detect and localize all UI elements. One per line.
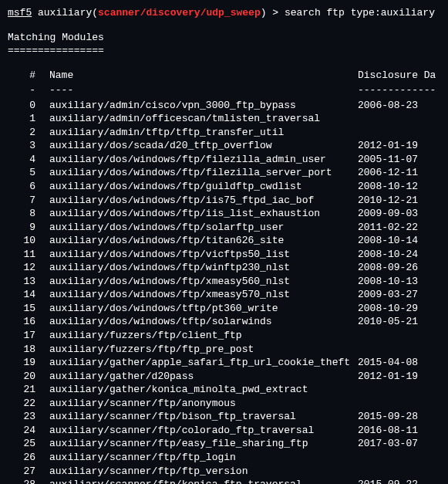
- row-idx: 28: [8, 478, 49, 484]
- table-row[interactable]: 23auxiliary/scanner/ftp/bison_ftp_traver…: [8, 410, 440, 424]
- header-name: Name: [49, 69, 358, 83]
- row-name: auxiliary/dos/windows/ftp/winftp230_nlst: [49, 261, 358, 275]
- row-name: auxiliary/admin/cisco/vpn_3000_ftp_bypas…: [49, 99, 358, 113]
- prompt-line[interactable]: msf5 auxiliary(scanner/discovery/udp_swe…: [8, 6, 440, 20]
- table-row[interactable]: 21auxiliary/gather/konica_minolta_pwd_ex…: [8, 383, 440, 397]
- table-row[interactable]: 9auxiliary/dos/windows/ftp/solarftp_user…: [8, 221, 440, 235]
- row-date: 2005-11-07: [358, 153, 418, 167]
- row-name: auxiliary/gather/konica_minolta_pwd_extr…: [49, 383, 358, 397]
- table-row[interactable]: 10auxiliary/dos/windows/ftp/titan626_sit…: [8, 234, 440, 248]
- row-name: auxiliary/scanner/ftp/easy_file_sharing_…: [49, 437, 358, 451]
- table-row[interactable]: 26auxiliary/scanner/ftp/ftp_login: [8, 451, 440, 465]
- table-row[interactable]: 13auxiliary/dos/windows/ftp/xmeasy560_nl…: [8, 275, 440, 289]
- row-idx: 12: [8, 261, 49, 275]
- row-name: auxiliary/scanner/ftp/bison_ftp_traversa…: [49, 410, 358, 424]
- row-date: 2008-10-12: [358, 180, 418, 194]
- row-idx: 23: [8, 410, 49, 424]
- table-row[interactable]: 17auxiliary/fuzzers/ftp/client_ftp: [8, 329, 440, 343]
- dash-idx: -: [8, 83, 49, 97]
- row-idx: 5: [8, 166, 49, 180]
- row-idx: 20: [8, 370, 49, 384]
- row-date: 2006-12-11: [358, 166, 418, 180]
- prompt-module-path: scanner/discovery/udp_sweep: [98, 7, 261, 19]
- row-date: 2012-01-19: [358, 370, 418, 384]
- table-header: #NameDisclosure Da: [8, 69, 440, 83]
- row-name: auxiliary/scanner/ftp/colorado_ftp_trave…: [49, 424, 358, 438]
- row-idx: 24: [8, 424, 49, 438]
- row-idx: 15: [8, 302, 49, 316]
- row-date: 2009-09-03: [358, 207, 418, 221]
- table-row[interactable]: 0auxiliary/admin/cisco/vpn_3000_ftp_bypa…: [8, 99, 440, 113]
- row-date: 2010-12-21: [358, 194, 418, 208]
- table-row[interactable]: 3auxiliary/dos/scada/d20_tftp_overflow20…: [8, 139, 440, 153]
- table-row[interactable]: 1auxiliary/admin/officescan/tmlisten_tra…: [8, 112, 440, 126]
- table-row[interactable]: 18auxiliary/fuzzers/ftp/ftp_pre_post: [8, 343, 440, 357]
- header-idx: #: [8, 69, 49, 83]
- table-row[interactable]: 7auxiliary/dos/windows/ftp/iis75_ftpd_ia…: [8, 194, 440, 208]
- prompt-aux-label: auxiliary(: [32, 7, 98, 19]
- row-date: 2008-09-26: [358, 261, 418, 275]
- row-date: 2009-03-27: [358, 288, 418, 302]
- row-idx: 9: [8, 221, 49, 235]
- row-name: auxiliary/fuzzers/ftp/client_ftp: [49, 329, 358, 343]
- row-idx: 3: [8, 139, 49, 153]
- table-row[interactable]: 28auxiliary/scanner/ftp/konica_ftp_trave…: [8, 478, 440, 484]
- table-row[interactable]: 20auxiliary/gather/d20pass2012-01-19: [8, 370, 440, 384]
- row-idx: 18: [8, 343, 49, 357]
- row-name: auxiliary/scanner/ftp/anonymous: [49, 397, 358, 411]
- row-name: auxiliary/dos/windows/ftp/filezilla_admi…: [49, 153, 358, 167]
- prompt-command: search ftp type:auxiliary: [285, 7, 435, 19]
- row-date: 2017-03-07: [358, 437, 418, 451]
- table-row[interactable]: 11auxiliary/dos/windows/ftp/vicftps50_li…: [8, 248, 440, 262]
- row-name: auxiliary/dos/windows/tftp/solarwinds: [49, 315, 358, 329]
- table-header-dashes: ------------------: [8, 83, 440, 97]
- row-date: 2015-04-08: [358, 356, 418, 370]
- row-name: auxiliary/fuzzers/ftp/ftp_pre_post: [49, 343, 358, 357]
- row-name: auxiliary/dos/windows/ftp/filezilla_serv…: [49, 166, 358, 180]
- row-idx: 14: [8, 288, 49, 302]
- row-idx: 17: [8, 329, 49, 343]
- table-row[interactable]: 27auxiliary/scanner/ftp/ftp_version: [8, 465, 440, 479]
- table-row[interactable]: 19auxiliary/gather/apple_safari_ftp_url_…: [8, 356, 440, 370]
- row-name: auxiliary/scanner/ftp/ftp_login: [49, 451, 358, 465]
- row-date: 2008-10-24: [358, 248, 418, 262]
- row-idx: 25: [8, 437, 49, 451]
- row-date: 2010-05-21: [358, 315, 418, 329]
- table-row[interactable]: 25auxiliary/scanner/ftp/easy_file_sharin…: [8, 437, 440, 451]
- row-name: auxiliary/dos/windows/ftp/xmeasy570_nlst: [49, 288, 358, 302]
- table-row[interactable]: 16auxiliary/dos/windows/tftp/solarwinds2…: [8, 315, 440, 329]
- row-idx: 10: [8, 234, 49, 248]
- table-row[interactable]: 24auxiliary/scanner/ftp/colorado_ftp_tra…: [8, 424, 440, 438]
- row-idx: 4: [8, 153, 49, 167]
- row-idx: 26: [8, 451, 49, 465]
- row-idx: 19: [8, 356, 49, 370]
- dash-date: -------------: [358, 83, 436, 97]
- row-name: auxiliary/scanner/ftp/konica_ftp_travers…: [49, 478, 358, 484]
- row-date: 2006-08-23: [358, 99, 418, 113]
- section-underline: ================: [8, 44, 440, 58]
- table-row[interactable]: 15auxiliary/dos/windows/tftp/pt360_write…: [8, 302, 440, 316]
- table-row[interactable]: 6auxiliary/dos/windows/ftp/guildftp_cwdl…: [8, 180, 440, 194]
- row-name: auxiliary/dos/windows/ftp/iis75_ftpd_iac…: [49, 194, 358, 208]
- row-idx: 2: [8, 126, 49, 140]
- row-date: 2012-01-19: [358, 139, 418, 153]
- row-date: 2008-10-14: [358, 234, 418, 248]
- table-row[interactable]: 14auxiliary/dos/windows/ftp/xmeasy570_nl…: [8, 288, 440, 302]
- header-date: Disclosure Da: [358, 69, 436, 83]
- table-row[interactable]: 8auxiliary/dos/windows/ftp/iis_list_exha…: [8, 207, 440, 221]
- table-row[interactable]: 5auxiliary/dos/windows/ftp/filezilla_ser…: [8, 166, 440, 180]
- table-row[interactable]: 2auxiliary/admin/tftp/tftp_transfer_util: [8, 126, 440, 140]
- row-idx: 0: [8, 99, 49, 113]
- table-row[interactable]: 22auxiliary/scanner/ftp/anonymous: [8, 397, 440, 411]
- row-idx: 7: [8, 194, 49, 208]
- row-name: auxiliary/dos/scada/d20_tftp_overflow: [49, 139, 358, 153]
- row-name: auxiliary/dos/windows/tftp/pt360_write: [49, 302, 358, 316]
- table-row[interactable]: 12auxiliary/dos/windows/ftp/winftp230_nl…: [8, 261, 440, 275]
- row-idx: 13: [8, 275, 49, 289]
- row-name: auxiliary/admin/tftp/tftp_transfer_util: [49, 126, 358, 140]
- row-name: auxiliary/dos/windows/ftp/iis_list_exhau…: [49, 207, 358, 221]
- table-row[interactable]: 4auxiliary/dos/windows/ftp/filezilla_adm…: [8, 153, 440, 167]
- row-idx: 27: [8, 465, 49, 479]
- row-name: auxiliary/scanner/ftp/ftp_version: [49, 465, 358, 479]
- row-name: auxiliary/admin/officescan/tmlisten_trav…: [49, 112, 358, 126]
